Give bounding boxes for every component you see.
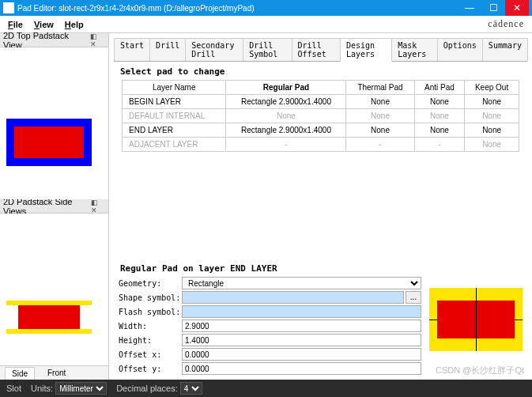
table-cell[interactable]: END LAYER	[123, 123, 226, 138]
side-front-tabs: Side Front	[0, 365, 108, 380]
tab-side[interactable]: Side	[5, 367, 35, 380]
section-title: Select pad to change	[114, 62, 527, 80]
table-cell[interactable]: None	[465, 109, 519, 123]
layer-table[interactable]: Layer NameRegular PadThermal PadAnti Pad…	[122, 80, 519, 152]
width-input[interactable]	[182, 319, 421, 332]
table-cell[interactable]: None	[346, 109, 414, 123]
left-sidebar: 2D Top Padstack View ◧ ✕ 2D Padstack Sid…	[0, 33, 109, 380]
tab-drill-symbol[interactable]: Drill Symbol	[243, 38, 292, 61]
table-cell[interactable]: -	[226, 138, 346, 152]
panel-controls-2[interactable]: ◧ ✕	[91, 198, 105, 214]
menu-view[interactable]: View	[29, 18, 58, 31]
tab-design-layers[interactable]: Design Layers	[340, 38, 392, 62]
table-cell[interactable]: ADJACENT LAYER	[123, 138, 226, 152]
tab-mask-layers[interactable]: Mask Layers	[391, 38, 438, 61]
table-cell[interactable]: DEFAULT INTERNAL	[123, 109, 226, 123]
maximize-button[interactable]: ☐	[481, 0, 505, 16]
geometry-label: Geometry:	[119, 279, 182, 288]
table-cell[interactable]: None	[465, 123, 519, 138]
flash-label: Flash symbol:	[119, 308, 182, 316]
pad-preview-right	[429, 288, 523, 351]
table-cell[interactable]: None	[346, 123, 414, 138]
units-label: Units:	[31, 384, 53, 393]
pad-form: Geometry:Rectangle Shape symbol:... Flas…	[119, 277, 421, 376]
brand-label: cādence	[488, 18, 529, 30]
table-cell[interactable]: None	[465, 95, 519, 109]
table-cell[interactable]: None	[226, 109, 346, 123]
height-input[interactable]	[182, 334, 421, 346]
menu-help[interactable]: Help	[60, 18, 89, 31]
table-cell[interactable]: -	[346, 138, 414, 152]
tab-secondary-drill[interactable]: Secondary Drill	[185, 38, 243, 61]
col-header[interactable]: Layer Name	[123, 81, 226, 95]
lower-title: Regular Pad on layer END LAYER	[114, 259, 527, 277]
table-cell[interactable]: None	[346, 95, 414, 109]
col-header[interactable]: Keep Out	[465, 81, 519, 95]
pad-preview-top	[6, 119, 92, 166]
col-header[interactable]: Anti Pad	[414, 81, 465, 95]
shape-label: Shape symbol:	[119, 293, 182, 302]
tab-bar: StartDrillSecondary DrillDrill SymbolDri…	[114, 38, 527, 62]
flash-input[interactable]	[182, 305, 421, 318]
offsetx-label: Offset x:	[119, 350, 182, 359]
status-slot: Slot	[6, 384, 21, 393]
content: 2D Top Padstack View ◧ ✕ 2D Padstack Sid…	[0, 33, 532, 380]
table-cell[interactable]: None	[414, 123, 465, 138]
main-area: StartDrillSecondary DrillDrill SymbolDri…	[109, 33, 532, 380]
shape-browse-button[interactable]: ...	[406, 291, 421, 304]
tab-front[interactable]: Front	[41, 367, 72, 379]
window-title: Pad Editor: slot-rect-2r9x1r4-2r4x0r9-mm…	[17, 4, 458, 13]
pad-preview-side	[6, 301, 92, 334]
col-header[interactable]: Regular Pad	[226, 81, 346, 95]
tab-content: Select pad to change Layer NameRegular P…	[114, 62, 527, 380]
side-padstack-header: 2D Padstack Side Views ◧ ✕	[0, 199, 108, 214]
offsety-label: Offset y:	[119, 365, 182, 373]
geometry-select[interactable]: Rectangle	[182, 277, 421, 289]
menu-file[interactable]: File	[3, 18, 28, 31]
width-label: Width:	[119, 322, 182, 331]
status-bar: Slot Units: Millimeter Decimal places: 4	[0, 380, 532, 397]
decimal-select[interactable]: 4	[180, 382, 202, 395]
tab-options[interactable]: Options	[437, 38, 483, 61]
table-cell[interactable]: Rectangle 2.9000x1.4000	[226, 95, 346, 109]
tab-start[interactable]: Start	[114, 38, 150, 61]
table-cell[interactable]: BEGIN LAYER	[123, 95, 226, 109]
table-cell[interactable]: None	[414, 95, 465, 109]
table-cell[interactable]: None	[414, 109, 465, 123]
side-padstack-view	[0, 214, 108, 365]
tab-summary[interactable]: Summary	[482, 38, 528, 61]
top-padstack-header: 2D Top Padstack View ◧ ✕	[0, 33, 108, 47]
table-cell[interactable]: -	[414, 138, 465, 152]
tab-drill-offset[interactable]: Drill Offset	[292, 38, 341, 61]
height-label: Height:	[119, 336, 182, 345]
close-button[interactable]: ✕	[505, 0, 529, 16]
lower-section: Geometry:Rectangle Shape symbol:... Flas…	[114, 277, 527, 380]
top-padstack-title: 2D Top Padstack View	[3, 31, 90, 50]
units-select[interactable]: Millimeter	[55, 382, 107, 395]
offsetx-input[interactable]	[182, 348, 421, 361]
table-cell[interactable]: None	[465, 138, 519, 152]
panel-controls[interactable]: ◧ ✕	[90, 32, 105, 48]
shape-input[interactable]	[182, 291, 404, 304]
col-header[interactable]: Thermal Pad	[346, 81, 414, 95]
titlebar: Pad Editor: slot-rect-2r9x1r4-2r4x0r9-mm…	[0, 0, 532, 16]
decimal-label: Decimal places:	[116, 384, 178, 393]
top-padstack-view	[0, 47, 108, 199]
tab-drill[interactable]: Drill	[149, 38, 186, 61]
table-cell[interactable]: Rectangle 2.9000x1.4000	[226, 123, 346, 138]
minimize-button[interactable]: —	[458, 0, 481, 16]
offsety-input[interactable]	[182, 362, 421, 375]
app-icon	[3, 2, 14, 13]
side-padstack-title: 2D Padstack Side Views	[3, 197, 91, 216]
